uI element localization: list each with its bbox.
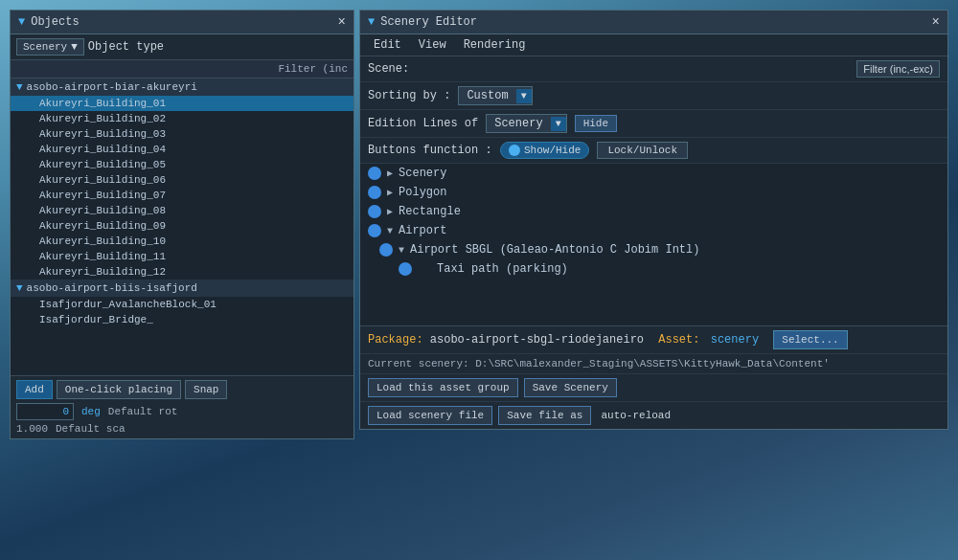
tree-item[interactable]: Akureyri_Building_10: [11, 234, 354, 249]
buttons-function-row: Buttons function : Show/Hide Lock/Unlock: [360, 138, 947, 164]
group-collapse-icon: ▼: [16, 81, 23, 93]
tree-item-label: Akureyri_Building_12: [39, 266, 166, 278]
bottom-buttons: Add One-click placing Snap: [16, 380, 348, 399]
deg-input[interactable]: [16, 403, 74, 420]
tree-item[interactable]: Akureyri_Building_07: [11, 188, 354, 203]
menu-bar: Edit View Rendering: [360, 34, 947, 56]
default-scale-label: Default sca: [56, 423, 125, 435]
scenery-dropdown[interactable]: Scenery ▼: [16, 38, 84, 56]
tree-item-label: Akureyri_Building_10: [39, 235, 166, 247]
tree-item[interactable]: Isafjordur_Bridge_: [11, 312, 354, 327]
expand-icon: ▶: [387, 168, 393, 179]
sorting-value: Custom: [459, 87, 515, 104]
scenery-panel-titlebar: ▼ Scenery Editor ×: [360, 11, 947, 34]
tree-item[interactable]: Akureyri_Building_03: [11, 126, 354, 142]
objects-filter-bar: Filter (inc: [11, 60, 354, 78]
objects-panel-titlebar: ▼ Objects ×: [11, 11, 354, 34]
s-tree-item-taxi-path[interactable]: Taxi path (parking): [360, 259, 947, 279]
tree-group-name: asobo-airport-biar-akureyri: [27, 81, 197, 93]
s-tree-label: Airport SBGL (Galeao-Antonio C Jobim Int…: [410, 243, 699, 257]
tree-item[interactable]: Akureyri_Building_12: [11, 264, 354, 280]
asset-label: Asset:: [658, 333, 699, 347]
select-button[interactable]: Select...: [773, 330, 847, 349]
scenery-panel: ▼ Scenery Editor × Edit View Rendering S…: [359, 10, 948, 430]
s-tree-label: Polygon: [399, 186, 446, 199]
s-dot: [368, 186, 381, 199]
bottom-row: deg Default rot: [16, 403, 348, 420]
package-label: Package:: [368, 333, 423, 347]
s-tree-label: Scenery: [399, 167, 446, 180]
tree-item[interactable]: Akureyri_Building_05: [11, 157, 354, 172]
s-tree-label: Taxi path (parking): [437, 262, 568, 276]
edition-dropdown[interactable]: Scenery ▼: [486, 114, 566, 133]
menu-view[interactable]: View: [411, 36, 454, 54]
s-dot: [368, 224, 381, 237]
s-tree-item-airport[interactable]: ▼ Airport: [360, 221, 947, 240]
s-tree-label: Rectangle: [399, 205, 461, 218]
one-click-placing-button[interactable]: One-click placing: [57, 380, 181, 399]
triangle-icon: ▼: [368, 15, 375, 29]
load-scenery-file-button[interactable]: Load scenery file: [368, 406, 492, 425]
expand-icon: ▶: [387, 187, 393, 198]
filter-button[interactable]: Filter (inc,-exc): [856, 60, 940, 78]
auto-reload-label: auto-reload: [601, 410, 671, 421]
save-file-as-button[interactable]: Save file as: [498, 406, 591, 425]
sorting-dropdown[interactable]: Custom ▼: [458, 86, 532, 105]
menu-rendering[interactable]: Rendering: [456, 36, 534, 54]
action-buttons-row1: Load this asset group Save Scenery: [360, 374, 947, 402]
objects-panel-title-text: Objects: [31, 15, 79, 29]
tree-item[interactable]: Akureyri_Building_04: [11, 142, 354, 157]
scenery-panel-close-button[interactable]: ×: [932, 14, 940, 30]
tree-item[interactable]: Akureyri_Building_06: [11, 172, 354, 188]
hide-button[interactable]: Hide: [575, 115, 617, 132]
objects-panel-close-button[interactable]: ×: [338, 14, 346, 30]
snap-button[interactable]: Snap: [185, 380, 227, 399]
tree-item[interactable]: Akureyri_Building_11: [11, 249, 354, 264]
sort-row: Sorting by : Custom ▼: [360, 82, 947, 110]
load-asset-group-button[interactable]: Load this asset group: [368, 378, 518, 397]
tree-item[interactable]: Isafjordur_AvalancheBlock_01: [11, 297, 354, 312]
deg-unit-label: deg: [81, 406, 101, 417]
tree-item-label: Akureyri_Building_09: [39, 220, 166, 232]
scenery-tree: ▶ Scenery ▶ Polygon ▶ Rectangle ▼ Airpor…: [360, 164, 947, 326]
scale-row: 1.000 Default sca: [16, 423, 348, 435]
s-tree-item-polygon[interactable]: ▶ Polygon: [360, 183, 947, 202]
edition-label: Edition Lines of: [368, 117, 478, 130]
s-tree-label: Airport: [399, 224, 446, 237]
current-scenery-text: Current scenery: D:\SRC\malexander_Stagi…: [368, 358, 830, 370]
toggle-circle: [509, 145, 520, 156]
group-collapse-icon: ▼: [16, 282, 23, 294]
tree-item-label: Akureyri_Building_01: [39, 98, 166, 109]
asset-value: scenery: [711, 333, 759, 347]
show-hide-toggle[interactable]: Show/Hide: [500, 142, 589, 159]
s-tree-item-rectangle[interactable]: ▶ Rectangle: [360, 202, 947, 221]
save-scenery-button[interactable]: Save Scenery: [524, 378, 617, 397]
objects-panel: ▼ Objects × Scenery ▼ Object type Filter…: [10, 10, 354, 439]
scene-row: Scene: Filter (inc,-exc): [360, 56, 947, 82]
objects-filter-label: Filter (inc: [278, 63, 348, 75]
s-dot: [399, 262, 412, 276]
s-tree-item-scenery[interactable]: ▶ Scenery: [360, 164, 947, 183]
action-buttons-row2: Load scenery file Save file as auto-relo…: [360, 402, 947, 429]
tree-item-label: Akureyri_Building_03: [39, 128, 166, 140]
sorting-label: Sorting by :: [368, 89, 450, 102]
s-tree-item-airport-sbgl[interactable]: ▼ Airport SBGL (Galeao-Antonio C Jobim I…: [360, 240, 947, 259]
tree-item-label: Akureyri_Building_04: [39, 144, 166, 155]
tree-group-biar[interactable]: ▼ asobo-airport-biar-akureyri: [11, 78, 354, 96]
tree-item[interactable]: Akureyri_Building_02: [11, 111, 354, 126]
lock-unlock-button[interactable]: Lock/Unlock: [597, 142, 688, 159]
add-button[interactable]: Add: [16, 380, 53, 399]
expand-icon: ▼: [399, 245, 404, 256]
tree-item-label: Akureyri_Building_08: [39, 205, 166, 216]
tree-item-label: Isafjordur_Bridge_: [39, 314, 153, 325]
menu-edit[interactable]: Edit: [366, 36, 409, 54]
edition-row: Edition Lines of Scenery ▼ Hide: [360, 110, 947, 138]
tree-item[interactable]: Akureyri_Building_08: [11, 203, 354, 218]
expand-icon: ▶: [387, 206, 393, 217]
tree-group-biis[interactable]: ▼ asobo-airport-biis-isafjord: [11, 280, 354, 297]
tree-item[interactable]: Akureyri_Building_09: [11, 218, 354, 234]
scenery-panel-title-text: Scenery Editor: [380, 15, 477, 29]
objects-panel-bottom: Add One-click placing Snap deg Default r…: [11, 375, 354, 438]
scene-label: Scene:: [368, 62, 425, 76]
tree-item[interactable]: Akureyri_Building_01: [11, 96, 354, 111]
